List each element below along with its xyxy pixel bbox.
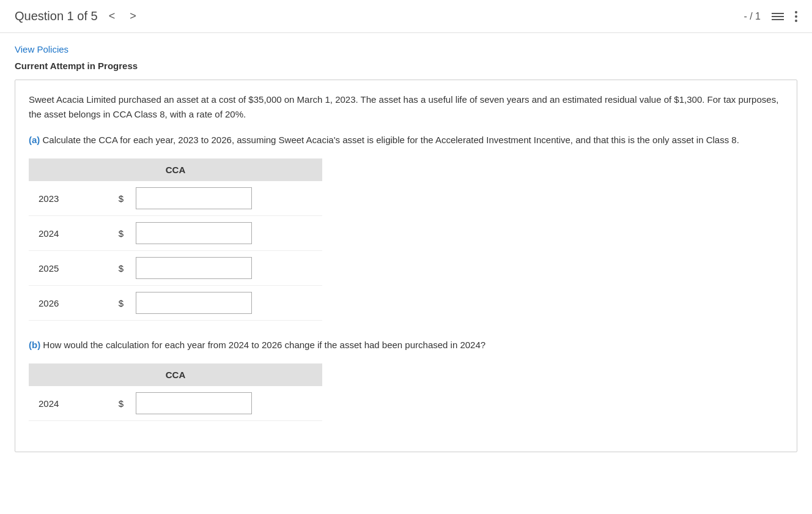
input-cell-2023	[126, 181, 322, 216]
header-left: Question 1 of 5 < >	[15, 9, 140, 24]
table-row: 2023 $	[29, 181, 322, 216]
list-icon[interactable]	[772, 13, 784, 20]
dollar-2025: $	[100, 251, 126, 286]
cca-input-2025[interactable]	[136, 257, 252, 279]
part-b-body: How would the calculation for each year …	[40, 340, 485, 350]
question-label: Question 1 of 5	[15, 9, 98, 23]
next-button[interactable]: >	[126, 9, 140, 24]
part-a-text: (a) Calculate the CCA for each year, 202…	[29, 133, 783, 147]
table-b-header: CCA	[29, 363, 322, 386]
cca-input-2024[interactable]	[136, 222, 252, 244]
input-cell-2024	[126, 216, 322, 251]
table-row: 2025 $	[29, 251, 322, 286]
table-row: 2024 $	[29, 386, 322, 421]
cca-input-b-2024[interactable]	[136, 392, 252, 414]
year-2023: 2023	[29, 181, 100, 216]
cca-input-2023[interactable]	[136, 187, 252, 209]
year-2024: 2024	[29, 216, 100, 251]
question-intro: Sweet Acacia Limited purchased an asset …	[29, 92, 783, 122]
table-a-header: CCA	[29, 158, 322, 181]
score-label: - / 1	[744, 11, 761, 22]
attempt-label: Current Attempt in Progress	[15, 61, 797, 71]
input-cell-2026	[126, 286, 322, 321]
cca-input-2026[interactable]	[136, 292, 252, 314]
table-row: 2024 $	[29, 216, 322, 251]
year-2025: 2025	[29, 251, 100, 286]
header: Question 1 of 5 < > - / 1	[0, 0, 812, 33]
prev-button[interactable]: <	[105, 9, 119, 24]
dollar-2026: $	[100, 286, 126, 321]
dollar-b-2024: $	[100, 386, 126, 421]
part-b-section: (b) How would the calculation for each y…	[29, 338, 783, 421]
header-right: - / 1	[744, 11, 797, 22]
table-row: 2026 $	[29, 286, 322, 321]
part-b-label: (b)	[29, 340, 40, 350]
part-b-text: (b) How would the calculation for each y…	[29, 338, 783, 352]
part-a-label: (a)	[29, 135, 40, 145]
part-a-body: Calculate the CCA for each year, 2023 to…	[40, 135, 739, 145]
question-box: Sweet Acacia Limited purchased an asset …	[15, 80, 797, 452]
dollar-2024: $	[100, 216, 126, 251]
content: View Policies Current Attempt in Progres…	[0, 33, 812, 467]
view-policies-link[interactable]: View Policies	[15, 44, 68, 54]
more-icon[interactable]	[795, 11, 797, 22]
year-2026: 2026	[29, 286, 100, 321]
year-b-2024: 2024	[29, 386, 100, 421]
dollar-2023: $	[100, 181, 126, 216]
input-cell-2025	[126, 251, 322, 286]
input-cell-b-2024	[126, 386, 322, 421]
cca-table-b: CCA 2024 $	[29, 363, 322, 421]
cca-table-a: CCA 2023 $ 2024 $	[29, 158, 322, 321]
